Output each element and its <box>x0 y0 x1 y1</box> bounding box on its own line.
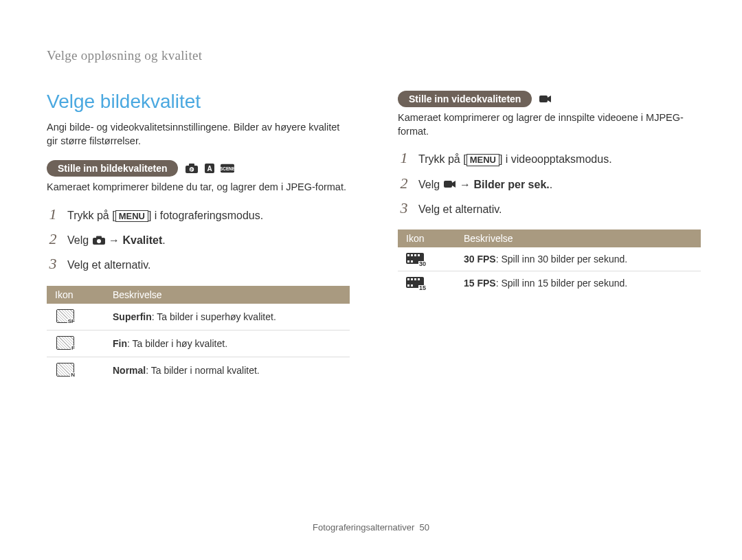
fps-subscript: 15 <box>418 285 427 291</box>
option-desc: : Spill inn 30 bilder per sekund. <box>496 254 627 265</box>
table-row: Superfin: Ta bilder i superhøy kvalitet. <box>47 304 350 331</box>
step-text: Velg <box>67 234 92 246</box>
step-number: 2 <box>47 232 59 247</box>
option-label: Superfin <box>113 311 152 322</box>
video-fps-table: Ikon Beskrivelse 30 30 FPS: Spill inn 30… <box>398 229 701 295</box>
camera-p-icon: P <box>185 163 199 174</box>
step-text: Trykk på [ <box>67 210 115 221</box>
camera-icon <box>92 236 106 245</box>
step-text: Velg et alternativ. <box>67 258 151 273</box>
step-text: → <box>106 234 123 246</box>
svg-rect-21 <box>407 278 409 280</box>
option-desc: : Ta bilder i høy kvalitet. <box>127 338 227 349</box>
svg-rect-14 <box>407 254 409 256</box>
step-text: . <box>162 234 165 246</box>
steps-list: 1 Trykk på [MENU] i videoopptaksmodus. 2… <box>398 150 701 217</box>
svg-rect-23 <box>414 278 416 280</box>
step-text: Velg <box>418 179 443 190</box>
table-row: Normal: Ta bilder i normal kvalitet. <box>47 357 350 383</box>
video-mode-icon <box>539 93 552 104</box>
section-header-video-quality: Stille inn videokvaliteten <box>398 91 701 107</box>
page-footer: Fotograferingsalternativer 50 <box>0 522 742 533</box>
section-header-image-quality: Stille inn bildekvaliteten P A SCENE <box>47 160 350 177</box>
svg-rect-22 <box>411 278 413 280</box>
auto-mode-icon: A <box>203 163 216 174</box>
option-label: Normal <box>113 365 146 376</box>
section-desc: Kameraet komprimerer bildene du tar, og … <box>47 181 350 194</box>
step-text: ] i videoopptaksmodus. <box>499 153 612 165</box>
intro-text: Angi bilde- og videokvalitetsinnstilling… <box>47 121 350 148</box>
option-desc: : Spill inn 15 bilder per sekund. <box>496 278 627 289</box>
step-number: 3 <box>47 256 59 271</box>
step-2: 2 Velg → Bilder per sek.. <box>398 176 701 192</box>
step-3: 3 Velg et alternativ. <box>398 201 701 217</box>
fps-subscript: 30 <box>418 261 427 267</box>
pill-label: Stille inn bildekvaliteten <box>47 160 178 177</box>
scene-mode-icon: SCENE <box>221 163 234 174</box>
option-label: 30 FPS <box>464 254 496 265</box>
right-column: Stille inn videokvaliteten Kameraet komp… <box>398 91 701 383</box>
footer-page-number: 50 <box>419 522 429 533</box>
manual-page: Velge oppløsning og kvalitet Velge bilde… <box>0 0 742 560</box>
svg-rect-18 <box>407 260 409 262</box>
svg-text:SCENE: SCENE <box>221 166 234 171</box>
option-label: 15 FPS <box>464 278 496 289</box>
steps-list: 1 Trykk på [MENU] i fotograferingsmodus.… <box>47 207 350 273</box>
svg-point-10 <box>97 239 101 243</box>
svg-rect-11 <box>539 96 548 102</box>
table-row: 15 15 FPS: Spill inn 15 bilder per sekun… <box>398 271 701 295</box>
option-label: Fin <box>113 338 127 349</box>
step-text: Velg et alternativ. <box>418 202 502 217</box>
step-3: 3 Velg et alternativ. <box>47 256 350 273</box>
svg-text:A: A <box>207 165 212 172</box>
svg-rect-19 <box>411 260 413 262</box>
step-number: 1 <box>398 150 410 166</box>
table-row: 30 30 FPS: Spill inn 30 bilder per sekun… <box>398 247 701 271</box>
footer-section: Fotograferingsalternativer <box>313 522 414 533</box>
option-desc: : Ta bilder i superhøy kvalitet. <box>152 311 276 322</box>
quality-fine-icon <box>55 335 76 350</box>
step-text: ] i fotograferingsmodus. <box>148 210 263 221</box>
table-header-desc: Beskrivelse <box>104 286 350 304</box>
fps-30-icon: 30 <box>406 252 424 265</box>
content-columns: Velge bildekvalitet Angi bilde- og video… <box>47 91 701 383</box>
svg-rect-15 <box>411 254 413 256</box>
mode-icons-group <box>539 93 552 104</box>
svg-rect-26 <box>411 284 413 287</box>
video-camera-icon <box>443 179 457 189</box>
step-1: 1 Trykk på [MENU] i fotograferingsmodus. <box>47 207 350 223</box>
step-bold-option: Kvalitet <box>122 234 162 246</box>
mode-icons-group: P A SCENE <box>185 163 234 174</box>
svg-rect-24 <box>418 278 420 280</box>
step-1: 1 Trykk på [MENU] i videoopptaksmodus. <box>398 150 701 167</box>
step-text: Trykk på [ <box>418 153 466 165</box>
step-text: → <box>457 179 474 190</box>
table-header-icon: Ikon <box>47 286 104 304</box>
svg-rect-16 <box>414 254 416 256</box>
step-2: 2 Velg → Kvalitet. <box>47 232 350 248</box>
step-number: 1 <box>47 207 59 222</box>
left-column: Velge bildekvalitet Angi bilde- og video… <box>47 91 350 383</box>
svg-rect-12 <box>444 181 452 188</box>
menu-button-icon: MENU <box>466 154 499 166</box>
menu-button-icon: MENU <box>115 210 148 223</box>
image-quality-table: Ikon Beskrivelse Superfin: Ta bilder i s… <box>47 286 350 383</box>
step-number: 3 <box>398 201 410 216</box>
breadcrumb: Velge oppløsning og kvalitet <box>47 48 701 63</box>
svg-rect-17 <box>418 254 420 256</box>
step-text: . <box>550 179 552 190</box>
svg-rect-9 <box>96 236 102 238</box>
quality-superfine-icon <box>55 309 76 324</box>
quality-normal-icon <box>55 362 76 377</box>
page-title: Velge bildekvalitet <box>47 91 350 113</box>
option-desc: : Ta bilder i normal kvalitet. <box>146 365 259 376</box>
table-header-icon: Ikon <box>398 229 456 247</box>
svg-rect-1 <box>189 164 194 166</box>
table-row: Fin: Ta bilder i høy kvalitet. <box>47 330 350 357</box>
svg-rect-25 <box>407 284 409 287</box>
step-number: 2 <box>398 176 410 191</box>
section-desc: Kameraet komprimerer og lagrer de innspi… <box>398 111 701 138</box>
pill-label: Stille inn videokvaliteten <box>398 91 532 107</box>
fps-15-icon: 15 <box>406 276 424 289</box>
step-bold-option: Bilder per sek. <box>473 179 549 190</box>
